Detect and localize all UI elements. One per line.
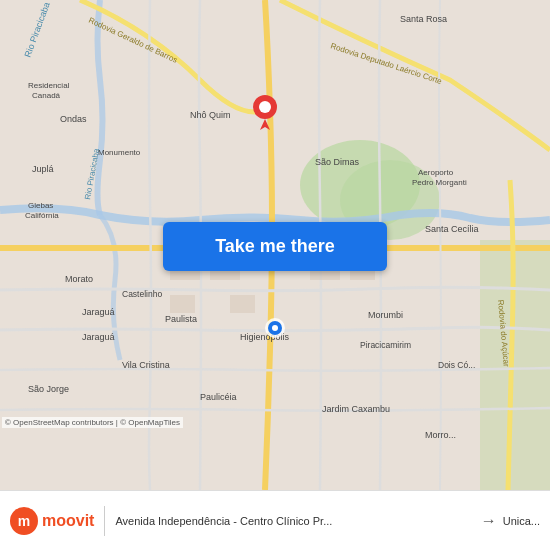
svg-text:Paulista: Paulista xyxy=(165,314,197,324)
take-me-there-button[interactable]: Take me there xyxy=(163,222,387,271)
svg-text:Morumbi: Morumbi xyxy=(368,310,403,320)
svg-text:Dois Có...: Dois Có... xyxy=(438,360,475,370)
svg-text:Juplá: Juplá xyxy=(32,164,54,174)
svg-text:Nhô Quim: Nhô Quim xyxy=(190,110,231,120)
divider xyxy=(104,506,105,536)
svg-text:Jardim Caxambu: Jardim Caxambu xyxy=(322,404,390,414)
svg-text:Monumento: Monumento xyxy=(98,148,141,157)
svg-text:Vila Cristina: Vila Cristina xyxy=(122,360,170,370)
svg-text:Residencial: Residencial xyxy=(28,81,70,90)
svg-text:Santa Cecília: Santa Cecília xyxy=(425,224,479,234)
svg-text:Pedro Morganti: Pedro Morganti xyxy=(412,178,467,187)
svg-text:Aeroporto: Aeroporto xyxy=(418,168,454,177)
map-attribution: © OpenStreetMap contributors | © OpenMap… xyxy=(2,417,183,428)
svg-text:São Dimas: São Dimas xyxy=(315,157,360,167)
svg-text:Ondas: Ondas xyxy=(60,114,87,124)
moovit-brand-name: moovit xyxy=(42,512,94,530)
destination-label: Unica... xyxy=(503,515,540,527)
svg-text:Morato: Morato xyxy=(65,274,93,284)
svg-rect-6 xyxy=(170,295,195,313)
svg-text:Morro...: Morro... xyxy=(425,430,456,440)
svg-text:Piracicamirim: Piracicamirim xyxy=(360,340,411,350)
svg-text:Califórnia: Califórnia xyxy=(25,211,59,220)
arrow-right-icon: → xyxy=(481,512,497,530)
location-label: Avenida Independência - Centro Clínico P… xyxy=(115,515,474,527)
bottom-bar: m moovit Avenida Independência - Centro … xyxy=(0,490,550,550)
svg-text:Canadá: Canadá xyxy=(32,91,61,100)
svg-text:Santa Rosa: Santa Rosa xyxy=(400,14,447,24)
svg-text:Paulicéia: Paulicéia xyxy=(200,392,237,402)
svg-point-48 xyxy=(272,325,278,331)
moovit-logo: m moovit xyxy=(10,507,94,535)
moovit-logo-circle: m xyxy=(10,507,38,535)
svg-rect-9 xyxy=(230,295,255,313)
svg-point-45 xyxy=(259,101,271,113)
svg-text:Jaraguá: Jaraguá xyxy=(82,332,115,342)
svg-text:Jaraguá: Jaraguá xyxy=(82,307,115,317)
svg-text:Castelinho: Castelinho xyxy=(122,289,162,299)
svg-text:Glebas: Glebas xyxy=(28,201,53,210)
map-container: Rio Piracicaba Rio Piracicaba Rodovia Ge… xyxy=(0,0,550,490)
svg-text:São Jorge: São Jorge xyxy=(28,384,69,394)
